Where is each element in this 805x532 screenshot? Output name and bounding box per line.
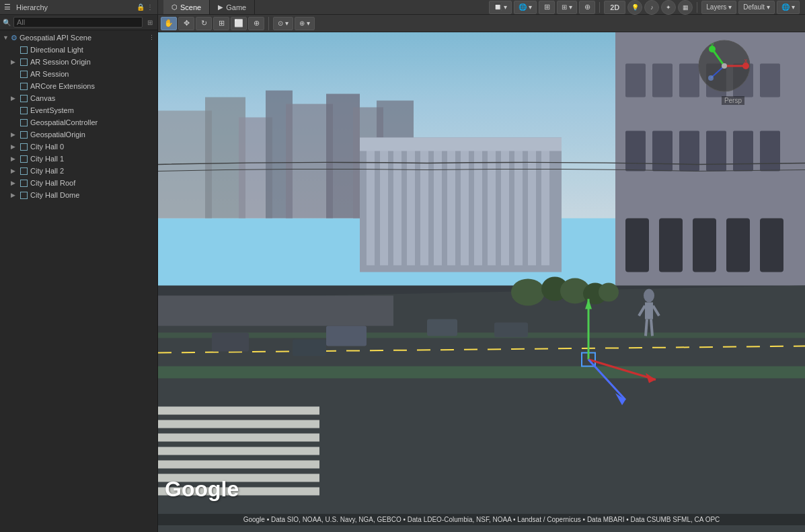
hierarchy-item-city-hall-roof[interactable]: ▶ City Hall Roof [0, 177, 157, 189]
custom-tool-btn[interactable]: ⊕ [248, 17, 264, 30]
hierarchy-toolbar: 🔍 ⊞ [0, 15, 157, 30]
light-icon: 💡 [631, 4, 639, 11]
google-watermark: Google [165, 477, 239, 502]
shading-dropdown[interactable]: 🔲 ▾ [489, 1, 512, 14]
scene-root-item[interactable]: ▼ ⚙ Geospatial API Scene ⋮ [0, 32, 157, 44]
snap-dropdown[interactable]: ⊞ ▾ [557, 1, 577, 14]
scene-canvas[interactable]: x y Persp Google Google • Data SIO, NOAA… [158, 32, 805, 532]
global-dropdown[interactable]: ⊕ ▾ [295, 17, 315, 30]
arrow-city-hall-1: ▶ [11, 155, 19, 162]
globe-icon: 🌐 [519, 3, 527, 11]
hierarchy-item-arcore-extensions[interactable]: ARCore Extensions [0, 80, 157, 92]
pivot-center-label: ⊙ [278, 20, 283, 27]
hierarchy-list: ▼ ⚙ Geospatial API Scene ⋮ Directional L… [0, 30, 157, 532]
snap-icon: ⊞ [562, 3, 567, 11]
cube-icon-13 [19, 190, 28, 200]
2d-button[interactable]: 2D [604, 1, 625, 14]
separator-2 [697, 2, 697, 13]
persp-label: Persp [722, 96, 744, 105]
hierarchy-item-ar-session-origin[interactable]: ▶ AR Session Origin [0, 56, 157, 68]
scale-tool-btn[interactable]: ⊞ [213, 17, 229, 30]
top-bar: ☰ Hierarchy 🔒 ⋮ ⬡ Scene ▶ Game 🔲 ▾ 🌐 ▾ [0, 0, 805, 15]
cube-icon-11 [19, 166, 28, 176]
attribution-text: Google • Data SIO, NOAA, U.S. Navy, NGA,… [158, 514, 805, 525]
cube-icon-8 [19, 130, 28, 139]
tab-scene[interactable]: ⬡ Scene [163, 0, 210, 14]
hierarchy-item-event-system[interactable]: EventSystem [0, 104, 157, 116]
cube-icon-3 [19, 69, 28, 79]
hierarchy-panel: 🔍 ⊞ ▼ ⚙ Geospatial API Scene ⋮ Direction… [0, 15, 158, 532]
nav-gizmo[interactable]: x y [697, 39, 751, 93]
separator-1 [599, 2, 600, 13]
hierarchy-item-geospatial-controller[interactable]: GeospatialController [0, 116, 157, 128]
cube-icon-6 [19, 106, 28, 115]
hierarchy-search[interactable] [13, 17, 143, 28]
pivot-dropdown[interactable]: ⊙ ▾ [273, 17, 293, 30]
arrow-geospatial-origin: ▶ [11, 131, 19, 138]
hierarchy-item-city-hall-dome[interactable]: ▶ City Hall Dome [0, 189, 157, 201]
layers-arrow: ▾ [728, 3, 732, 11]
global-arrow: ▾ [307, 20, 310, 27]
hierarchy-item-canvas[interactable]: ▶ Canvas [0, 92, 157, 104]
effects-btn[interactable]: ✦ [661, 0, 676, 15]
hierarchy-item-directional-light[interactable]: Directional Light [0, 44, 157, 56]
hierarchy-menu-icon[interactable]: ☰ [4, 3, 11, 11]
move-tool-btn[interactable]: ✥ [178, 17, 194, 30]
cube-icon-12 [19, 178, 28, 188]
shading-arrow: ▾ [504, 3, 507, 11]
arrow-ar-session-origin: ▶ [11, 59, 19, 65]
cube-icon-2 [19, 57, 28, 67]
game-tab-icon: ▶ [218, 3, 223, 11]
camera-btn[interactable]: ▦ [678, 0, 693, 15]
cube-icon-1 [19, 45, 28, 54]
search-icon: 🔍 [3, 19, 11, 26]
hierarchy-lock-icon[interactable]: 🔒 [137, 3, 145, 11]
audio-btn[interactable]: ♪ [644, 0, 659, 15]
hierarchy-panel-title: Hierarchy [16, 3, 48, 11]
rect-tool-btn[interactable]: ⬜ [231, 17, 247, 30]
rotate-tool-btn[interactable]: ↻ [196, 17, 212, 30]
layout-arrow: ▾ [767, 3, 770, 11]
create-btn[interactable]: ⊞ [145, 18, 155, 27]
globe-icon2: 🌐 [781, 3, 790, 11]
svg-point-89 [722, 63, 727, 69]
scene-tab-icon: ⬡ [171, 3, 178, 11]
custom-btn[interactable]: ⊕ [579, 1, 595, 14]
effects-icon: ✦ [666, 4, 671, 11]
svg-rect-79 [158, 32, 805, 532]
svg-text:x: x [744, 57, 748, 64]
hierarchy-item-city-hall-1[interactable]: ▶ City Hall 1 [0, 153, 157, 165]
extra-dropdown[interactable]: 🌐 ▾ [777, 1, 800, 14]
svg-point-88 [708, 75, 714, 81]
light-btn[interactable]: 💡 [627, 0, 642, 15]
scene-arrow: ▼ [3, 34, 11, 41]
cube-icon-7 [19, 118, 28, 127]
hierarchy-item-city-hall-2[interactable]: ▶ City Hall 2 [0, 165, 157, 177]
globe-dropdown[interactable]: 🌐 ▾ [514, 1, 537, 14]
snap-grid-btn[interactable]: ⊞ [539, 1, 555, 14]
audio-icon: ♪ [650, 4, 654, 11]
scene-more[interactable]: ⋮ [149, 34, 155, 41]
svg-text:y: y [711, 41, 714, 48]
layout-dropdown[interactable]: Default ▾ [738, 1, 775, 14]
tab-game[interactable]: ▶ Game [210, 0, 255, 14]
layers-dropdown[interactable]: Layers ▾ [701, 1, 736, 14]
hand-tool-btn[interactable]: ✋ [161, 17, 177, 30]
hierarchy-item-ar-session[interactable]: AR Session [0, 68, 157, 80]
snap-arrow: ▾ [569, 3, 572, 11]
arrow-city-hall-2: ▶ [11, 167, 19, 174]
hierarchy-item-city-hall-0[interactable]: ▶ City Hall 0 [0, 141, 157, 153]
cube-icon-10 [19, 154, 28, 163]
scene-tab-bar: ⬡ Scene ▶ Game 🔲 ▾ 🌐 ▾ ⊞ ⊞ ▾ ⊕ [158, 0, 805, 14]
arrow-city-hall-dome: ▶ [11, 192, 19, 198]
hierarchy-more-icon[interactable]: ⋮ [147, 3, 153, 11]
arrow-canvas: ▶ [11, 95, 19, 102]
hierarchy-tab-bar: ☰ Hierarchy 🔒 ⋮ [0, 0, 158, 14]
scene-view: ✋ ✥ ↻ ⊞ ⬜ ⊕ ⊙ ▾ ⊕ ▾ [158, 15, 805, 532]
arrow-city-hall-0: ▶ [11, 143, 19, 150]
hierarchy-item-geospatial-origin[interactable]: ▶ GeospatialOrigin [0, 128, 157, 141]
scene-background [158, 32, 805, 532]
arrow-city-hall-roof: ▶ [11, 180, 19, 186]
camera-icon: ▦ [683, 4, 689, 11]
extra-arrow: ▾ [792, 3, 795, 11]
